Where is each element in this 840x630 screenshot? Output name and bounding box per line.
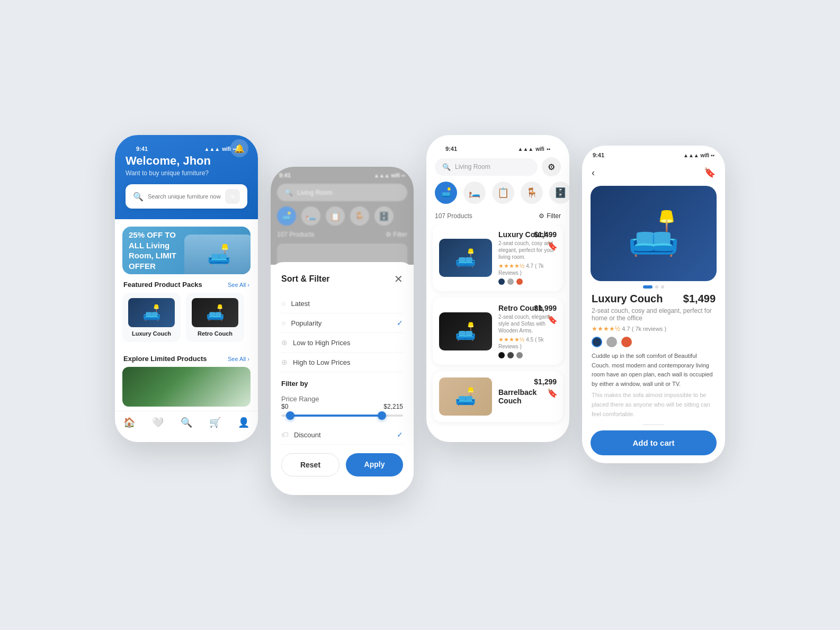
search-icon: 🔍: [133, 192, 144, 202]
cat-table[interactable]: 📋: [492, 182, 514, 204]
discount-filter[interactable]: 🏷 Discount ✓: [281, 425, 403, 445]
reset-button[interactable]: Reset: [281, 453, 339, 476]
explore-image: [122, 367, 251, 407]
home-search-input[interactable]: [148, 193, 221, 200]
detail-product-price: $1,499: [683, 293, 716, 305]
see-all-explore[interactable]: See All ›: [228, 356, 249, 362]
filter-tag[interactable]: ⚙ Filter: [539, 212, 561, 220]
product-card-luxury[interactable]: 🛋️ Luxury Couch: [122, 293, 181, 342]
retro-couch-name: Retro Couch: [191, 330, 239, 337]
slider-thumb-right[interactable]: [378, 411, 386, 420]
bookmark-0[interactable]: 🔖: [547, 241, 558, 251]
close-filter-button[interactable]: ✕: [394, 273, 403, 285]
color-dot-orange: [516, 278, 523, 285]
product-price-2: $1,299: [534, 377, 557, 386]
bookmark-2[interactable]: 🔖: [547, 388, 558, 398]
status-time-4: 9:41: [593, 152, 604, 158]
luxury-couch-img: 🛋️: [128, 298, 175, 327]
detail-content: Luxury Couch $1,499 2-seat couch, cosy a…: [582, 293, 725, 419]
search-placeholder-3: Living Room: [455, 163, 490, 170]
add-to-cart-button[interactable]: Add to cart: [591, 430, 717, 455]
search-icon-3: 🔍: [442, 163, 451, 171]
product-stars-0: ★★★★½ 4.7 ( 7k Reviews ): [498, 263, 557, 276]
filter-sheet: Sort & Filter ✕ ○ Latest ○ Popularity ✓ …: [271, 262, 414, 495]
nav-cart[interactable]: 🛒: [209, 417, 221, 428]
bell-button[interactable]: 🔔: [230, 139, 248, 157]
sort-latest[interactable]: ○ Latest: [281, 294, 403, 313]
color-dot-mid: [516, 352, 523, 358]
nav-favorites[interactable]: 🤍: [152, 417, 164, 428]
screen-filter: 9:41 ▲▲▲ wifi ▪▪ 🔍 Living Room 🛋️ 🛏️ 📋 🪑…: [271, 167, 414, 495]
detail-color-orange[interactable]: [621, 337, 632, 347]
home-search-bar[interactable]: 🔍 ≡: [126, 184, 247, 209]
blurred-background: 9:41 ▲▲▲ wifi ▪▪ 🔍 Living Room 🛋️ 🛏️ 📋 🪑…: [271, 167, 414, 265]
blurred-categories: 🛋️ 🛏️ 📋 🪑 🗄️: [277, 206, 407, 226]
cat-chair[interactable]: 🪑: [521, 182, 543, 204]
product-row: 🛋️ Luxury Couch 🛋️ Retro Couch: [115, 293, 258, 348]
sort-popularity[interactable]: ○ Popularity ✓: [281, 313, 403, 333]
sort-latest-label: Latest: [291, 300, 403, 308]
retro-couch-img: 🛋️: [192, 298, 238, 327]
status-icons-4: ▲▲▲ wifi ▪▪: [683, 152, 714, 158]
product-list: 🛋️ Luxury Couch 2-seat couch, cosy and e…: [426, 224, 569, 442]
dot-2[interactable]: [655, 285, 658, 289]
hero-couch-image: 🛋️: [184, 235, 251, 274]
sort-low-high-label: Low to High Prices: [293, 339, 403, 347]
cat-shelf[interactable]: 🗄️: [549, 182, 569, 204]
color-dot-gray: [507, 278, 514, 285]
product-card-0[interactable]: 🛋️ Luxury Couch 2-seat couch, cosy and e…: [433, 224, 563, 291]
luxury-couch-name: Luxury Couch: [128, 330, 175, 337]
product-card-2[interactable]: 🛋️ Barrelback Couch $1,299 🔖: [433, 371, 563, 422]
dot-1[interactable]: [643, 285, 653, 289]
category-scroll: 🛋️ 🛏️ 📋 🪑 🗄️ …: [426, 176, 569, 209]
detail-product-name: Luxury Couch: [592, 293, 663, 305]
bookmark-1[interactable]: 🔖: [547, 314, 558, 325]
filter-actions: Reset Apply: [281, 453, 403, 476]
sort-popularity-label: Popularity: [291, 319, 391, 327]
hero-text: 25% OFF TO ALL Living Room, LIMIT OFFER: [129, 230, 192, 271]
color-dots-0: [498, 278, 557, 285]
product-card-retro[interactable]: 🛋️ Retro Couch: [186, 293, 244, 342]
nav-profile[interactable]: 👤: [238, 417, 249, 428]
nav-search[interactable]: 🔍: [181, 417, 192, 428]
popularity-check: ✓: [397, 319, 403, 327]
price-range-values: $0 $2,215: [281, 403, 403, 410]
product-price-1: $1,999: [534, 304, 557, 312]
screens-container: 9:41 ▲▲▲ wifi ▪▪ 🔔 Welcome, Jhon Want to…: [115, 135, 725, 495]
detail-color-blue[interactable]: [592, 337, 602, 347]
detail-product-image: 🛋️: [591, 186, 717, 281]
filter-icon-3[interactable]: ⚙: [542, 157, 561, 176]
nav-home[interactable]: 🏠: [123, 417, 135, 428]
cat-bed[interactable]: 🛏️: [463, 182, 486, 204]
detail-description: Cuddle up in the soft comfort of Beautif…: [592, 352, 716, 389]
price-slider-track[interactable]: [281, 415, 403, 417]
featured-title: Featured Product Packs: [123, 281, 202, 289]
results-bar: 107 Products ⚙ Filter: [426, 209, 569, 224]
sort-circle-icon-pop: ○: [281, 319, 285, 327]
apply-button[interactable]: Apply: [346, 453, 403, 476]
screen-product-detail: 9:41 ▲▲▲ wifi ▪▪ ‹ 🔖 🛋️ Luxury Couch $1,…: [582, 146, 725, 463]
product-card-1[interactable]: 🛋️ Retro Couch 2-seat couch, elegant sty…: [433, 298, 563, 365]
filter-sheet-title: Sort & Filter: [281, 274, 330, 284]
detail-stars: ★★★★½ 4.7 ( 7k reviews ): [592, 325, 716, 332]
status-time-3: 9:41: [445, 146, 457, 152]
filter-icon-btn[interactable]: ≡: [225, 189, 240, 204]
detail-color-gray[interactable]: [606, 337, 617, 347]
sort-high-low[interactable]: ⊕ High to Low Prices: [281, 353, 403, 372]
image-dots: [582, 285, 725, 289]
product-thumb-0: 🛋️: [439, 239, 492, 277]
slider-thumb-left[interactable]: [286, 411, 294, 420]
detail-product-subtitle: 2-seat couch, cosy and elegant, perfect …: [592, 307, 716, 322]
product-thumb-2: 🛋️: [439, 377, 492, 416]
color-dot-black: [498, 352, 505, 358]
back-button[interactable]: ‹: [592, 167, 595, 178]
see-all-featured[interactable]: See All ›: [228, 282, 249, 288]
color-dots-1: [498, 352, 557, 358]
bookmark-detail-btn[interactable]: 🔖: [704, 167, 716, 178]
cat-sofa[interactable]: 🛋️: [435, 182, 457, 204]
sort-low-high[interactable]: ⊕ Low to High Prices: [281, 333, 403, 353]
dot-3[interactable]: [661, 285, 664, 289]
subtitle-text: Want to buy unique furniture?: [126, 169, 247, 177]
product-search-bar[interactable]: 🔍 Living Room: [435, 158, 538, 176]
detail-colors: [592, 337, 716, 347]
